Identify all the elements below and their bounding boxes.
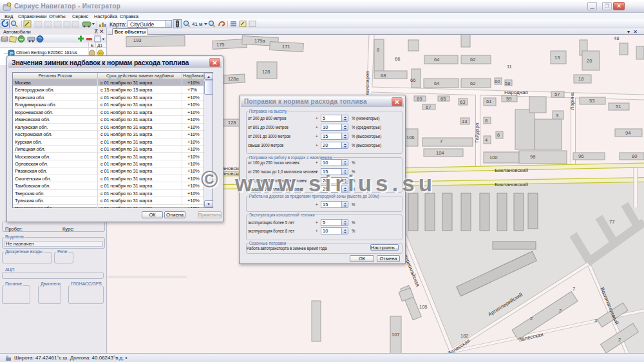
- svg-text:98: 98: [530, 154, 535, 160]
- svg-text:193: 193: [133, 37, 142, 43]
- svg-text:128: 128: [262, 69, 270, 75]
- svg-text:2: 2: [618, 337, 621, 343]
- svg-text:6: 6: [497, 132, 500, 138]
- svg-text:41 м: 41 м: [192, 21, 203, 27]
- svg-text:Гайдара: Гайдара: [474, 122, 480, 142]
- svg-text:57: 57: [554, 91, 560, 97]
- svg-text:Народная: Народная: [504, 90, 528, 95]
- svg-text:11: 11: [507, 64, 512, 70]
- svg-text:77: 77: [609, 219, 614, 225]
- svg-text:63: 63: [460, 99, 465, 105]
- svg-text:3: 3: [594, 318, 597, 323]
- svg-text:62: 62: [470, 57, 475, 62]
- svg-text:8: 8: [485, 118, 488, 124]
- svg-text:53: 53: [589, 98, 594, 104]
- svg-text:94: 94: [625, 130, 630, 136]
- svg-text:13: 13: [462, 119, 467, 124]
- svg-text:61: 61: [486, 99, 491, 104]
- svg-text:105: 105: [419, 304, 428, 310]
- svg-text:13: 13: [554, 55, 560, 61]
- svg-text:62: 62: [470, 81, 475, 86]
- svg-text:107: 107: [392, 332, 400, 338]
- svg-text:65: 65: [440, 96, 446, 102]
- svg-text:80: 80: [632, 153, 637, 159]
- svg-text:48: 48: [614, 35, 619, 41]
- svg-text:66: 66: [410, 77, 415, 83]
- svg-text:60: 60: [495, 79, 500, 84]
- svg-text:2: 2: [559, 308, 562, 314]
- svg-text:69: 69: [417, 96, 422, 102]
- svg-text:64: 64: [434, 57, 439, 62]
- svg-text:18: 18: [578, 76, 583, 82]
- svg-text:104: 104: [436, 150, 444, 156]
- svg-text:7: 7: [573, 286, 575, 292]
- svg-text:128а: 128а: [228, 76, 240, 82]
- svg-text:106: 106: [406, 135, 415, 140]
- svg-text:128: 128: [228, 120, 236, 126]
- svg-text:3: 3: [556, 113, 558, 119]
- svg-text:20: 20: [587, 58, 592, 64]
- svg-text:64: 64: [434, 81, 439, 86]
- svg-text:68: 68: [381, 73, 386, 79]
- svg-text:100: 100: [489, 155, 498, 160]
- svg-text:175: 175: [216, 42, 225, 48]
- svg-text:171: 171: [282, 44, 290, 50]
- svg-text:58: 58: [505, 81, 510, 86]
- svg-text:Баклановский: Баклановский: [495, 182, 528, 187]
- svg-text:96: 96: [578, 153, 583, 159]
- svg-text:Ларина: Ларина: [569, 92, 575, 110]
- svg-text:7: 7: [440, 138, 442, 144]
- svg-text:Баклановский: Баклановский: [495, 167, 528, 173]
- svg-text:67: 67: [426, 104, 431, 110]
- svg-text:179а: 179а: [254, 38, 266, 44]
- svg-text:59: 59: [506, 96, 511, 102]
- svg-text:8: 8: [377, 47, 379, 53]
- svg-text:2: 2: [530, 316, 533, 321]
- svg-text:66: 66: [395, 56, 400, 62]
- svg-text:4: 4: [485, 137, 488, 143]
- svg-text:51: 51: [616, 104, 621, 110]
